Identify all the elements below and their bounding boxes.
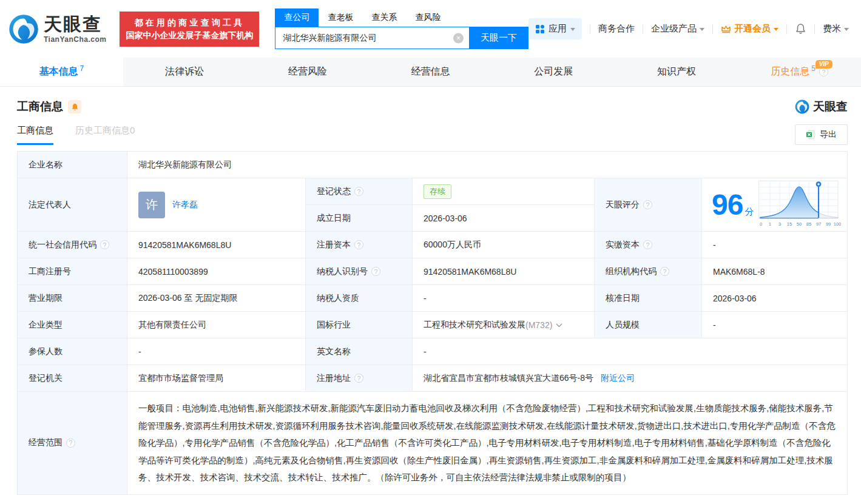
nav-cooperation[interactable]: 商务合作 [598, 23, 635, 35]
divider [814, 24, 815, 34]
help-icon[interactable]: ? [66, 438, 75, 448]
field-insured-num-value: - [127, 338, 305, 365]
help-icon[interactable]: ? [660, 267, 669, 276]
tab-label: 历史信息 [771, 66, 809, 78]
help-icon[interactable]: ? [819, 67, 828, 76]
score-axis-tick: 0 [760, 221, 762, 227]
search-tab-company[interactable]: 查公司 [275, 8, 319, 27]
legal-rep-avatar[interactable]: 许 [138, 192, 165, 218]
industry-name: 工程和技术研究和试验发展 [424, 320, 525, 331]
score-axis-tick: 85 [806, 221, 811, 227]
field-approve-date-label: 核准日期 [594, 284, 701, 311]
notifications-bell[interactable] [795, 23, 806, 35]
label-text: 登记状态 [317, 186, 351, 197]
field-legal-rep-value: 许 许孝磊 [127, 178, 305, 231]
nav-enterprise-products[interactable]: 企业级产品 [651, 23, 704, 35]
tab-label: 公司发展 [534, 66, 573, 78]
score-axis-tick: 100 [834, 221, 841, 227]
nearby-companies-link[interactable]: 附近公司 [601, 373, 635, 384]
field-score-value: 96 分 [701, 178, 847, 231]
tab-operating-risk[interactable]: 经营风险 [246, 58, 369, 86]
subscribe-bell-chip[interactable] [68, 100, 81, 113]
subtab-history-business-info[interactable]: 历史工商信息0 [75, 125, 135, 145]
tab-count: 7 [80, 64, 84, 73]
help-icon[interactable]: ? [354, 187, 363, 196]
help-icon[interactable]: ? [100, 240, 109, 249]
field-company-name-label: 企业名称 [17, 151, 127, 178]
field-credit-code-label: 统一社会信用代码 ? [17, 231, 127, 258]
search-tab-risk[interactable]: 查风险 [406, 8, 450, 27]
field-industry-value[interactable]: 工程和技术研究和试验发展 (M732) [412, 311, 594, 338]
tab-legal-proceedings[interactable]: 法律诉讼 [123, 58, 246, 86]
field-reg-no-value: 420581110003899 [127, 258, 305, 284]
score-unit: 分 [745, 206, 754, 218]
user-account-menu[interactable]: 费米 [823, 23, 849, 35]
field-establish-date-value: 2026-03-06 [412, 204, 594, 231]
field-reg-org-label: 登记机关 [17, 365, 127, 391]
field-staff-size-label: 人员规模 [594, 311, 701, 338]
search-button[interactable]: 天眼一下 [469, 27, 528, 49]
apps-menu[interactable]: 应用 [528, 18, 582, 39]
tab-company-development[interactable]: 公司发展 [492, 58, 615, 86]
field-address-label: 注册地址 ? [305, 365, 412, 391]
label-text: 统一社会信用代码 [29, 240, 96, 250]
field-reg-capital-value: 60000万人民币 [412, 231, 594, 258]
field-english-name-value: - [412, 338, 847, 365]
field-staff-size-value: - [701, 311, 847, 338]
search-input[interactable] [275, 27, 469, 49]
field-paid-capital-label: 实缴资本 ? [594, 231, 701, 258]
field-insured-num-label: 参保人数 [17, 338, 127, 365]
clear-icon[interactable]: × [453, 33, 464, 43]
search-tab-boss[interactable]: 查老板 [319, 8, 362, 27]
nav-vip-upgrade[interactable]: 开通会员 [721, 23, 778, 35]
help-icon[interactable]: ? [371, 267, 380, 276]
field-company-type-value: 其他有限责任公司 [127, 311, 305, 338]
divider [643, 24, 643, 34]
help-icon[interactable]: ? [354, 374, 363, 383]
top-nav: 应用 商务合作 企业级产品 开通会员 [528, 18, 849, 39]
label-text: 天眼评分 [606, 200, 640, 210]
tab-label: 基本信息 [39, 66, 78, 78]
tab-label: 法律诉讼 [165, 66, 204, 78]
field-org-code-value: MAK6M68L-8 [701, 258, 847, 284]
subtab-count: 0 [130, 125, 135, 135]
field-english-name-label: 英文名称 [305, 338, 412, 365]
tianyancha-logo-icon [795, 99, 809, 114]
help-icon[interactable]: ? [643, 240, 652, 249]
divider [786, 24, 787, 34]
label-text: 纳税人识别号 [317, 266, 368, 277]
chevron-down-icon [700, 28, 704, 31]
export-button[interactable]: 导出 [795, 124, 848, 145]
field-company-type-label: 企业类型 [17, 311, 127, 338]
tianyancha-logo[interactable]: 天眼查 TianYanCha.com [8, 14, 106, 44]
excel-icon [806, 130, 815, 139]
username: 费米 [823, 23, 841, 35]
field-taxpayer-no-value: 91420581MAK6M68L8U [412, 258, 594, 284]
chevron-down-icon[interactable] [556, 323, 562, 328]
divider [712, 24, 713, 34]
tab-label: 经营信息 [411, 66, 450, 78]
promo-line1: 都在用的商业查询工具 [126, 16, 253, 29]
tab-history-info[interactable]: 历史信息 5 ? VIP [738, 58, 861, 86]
bell-icon [71, 103, 79, 111]
tab-basic-info[interactable]: 基本信息 7 [0, 58, 123, 86]
chevron-down-icon [570, 28, 575, 31]
tab-label: 知识产权 [657, 66, 696, 78]
promo-line2: 国家中小企业发展子基金旗下机构 [126, 29, 253, 42]
score-axis-tick: 97 [816, 221, 821, 227]
field-credit-code-value: 91420581MAK6M68L8U [127, 231, 305, 258]
score-axis-tick: 99 [826, 221, 831, 227]
tianyancha-logo-icon [8, 14, 39, 44]
score-axis-tick: 3 [778, 221, 781, 227]
help-icon[interactable]: ? [643, 200, 652, 209]
subtab-business-info[interactable]: 工商信息 [17, 125, 53, 145]
business-info-table: 企业名称 湖北华兴新能源有限公司 法定代表人 许 许孝磊 登记状态 ? 存续 成… [17, 151, 848, 495]
legal-rep-link[interactable]: 许孝磊 [172, 200, 198, 210]
tab-intellectual-property[interactable]: 知识产权 [615, 58, 738, 86]
help-icon[interactable]: ? [354, 240, 363, 249]
field-reg-org-value: 宜都市市场监督管理局 [127, 365, 305, 391]
field-scope-value: 一般项目：电池制造,电池销售,新兴能源技术研发,新能源汽车废旧动力蓄电池回收及梯… [127, 391, 847, 494]
watermark-label: 天眼查 [813, 99, 848, 115]
search-tab-relation[interactable]: 查关系 [362, 8, 406, 27]
tab-operating-info[interactable]: 经营信息 [369, 58, 492, 86]
